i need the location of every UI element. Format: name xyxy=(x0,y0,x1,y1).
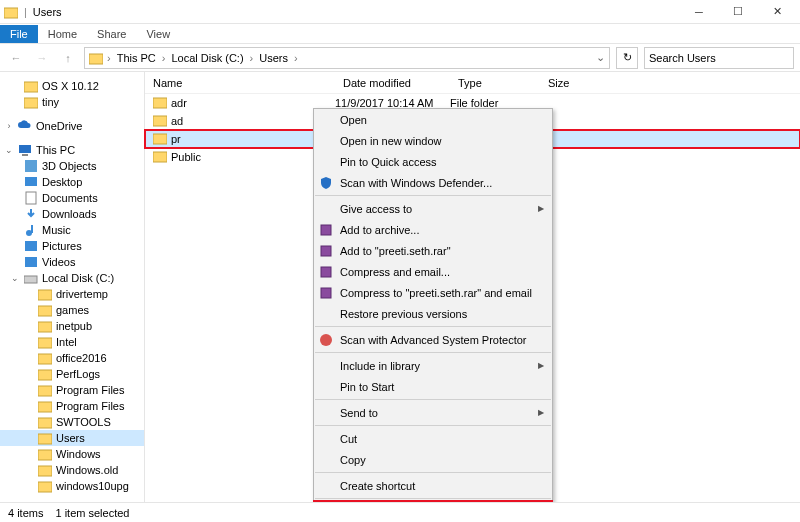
tree-item[interactable]: Program Files xyxy=(0,382,144,398)
tree-label: Documents xyxy=(42,192,98,204)
tree-item[interactable]: Videos xyxy=(0,254,144,270)
tree-item[interactable]: Windows.old xyxy=(0,462,144,478)
tree-item[interactable]: windows10upg xyxy=(0,478,144,494)
col-type[interactable]: Type xyxy=(450,77,540,89)
svg-rect-11 xyxy=(25,241,37,251)
archive-icon xyxy=(318,264,334,280)
col-date[interactable]: Date modified xyxy=(335,77,450,89)
breadcrumb[interactable]: Local Disk (C:) xyxy=(169,52,245,64)
search-input[interactable]: Search Users xyxy=(644,47,794,69)
menu-item[interactable]: Compress to "preeti.seth.rar" and email xyxy=(314,282,552,303)
svg-rect-17 xyxy=(38,338,52,348)
col-name[interactable]: Name xyxy=(145,77,335,89)
tree-item[interactable]: SWTOOLS xyxy=(0,414,144,430)
menu-item[interactable]: Create shortcut xyxy=(314,475,552,496)
menu-item[interactable]: Add to "preeti.seth.rar" xyxy=(314,240,552,261)
folder-icon xyxy=(38,479,52,493)
svg-rect-31 xyxy=(321,225,331,235)
svg-rect-26 xyxy=(38,482,52,492)
back-button[interactable]: ← xyxy=(6,48,26,68)
menu-item[interactable]: Open in new window xyxy=(314,130,552,151)
col-size[interactable]: Size xyxy=(540,77,600,89)
svg-rect-3 xyxy=(24,98,38,108)
tab-share[interactable]: Share xyxy=(87,25,136,43)
tab-home[interactable]: Home xyxy=(38,25,87,43)
svg-rect-24 xyxy=(38,450,52,460)
menu-item[interactable]: Compress and email... xyxy=(314,261,552,282)
svg-rect-12 xyxy=(25,257,37,267)
maximize-button[interactable]: ☐ xyxy=(719,1,757,23)
menu-item[interactable]: Include in library xyxy=(314,355,552,376)
menu-separator xyxy=(315,425,551,426)
tree-item[interactable]: Music xyxy=(0,222,144,238)
tree-item[interactable]: Pictures xyxy=(0,238,144,254)
menu-item[interactable]: Restore previous versions xyxy=(314,303,552,324)
tree-item[interactable]: Windows xyxy=(0,446,144,462)
tree-label: windows10upg xyxy=(56,480,129,492)
dropdown-icon[interactable]: ⌄ xyxy=(596,51,605,64)
tree-item[interactable]: tiny xyxy=(0,94,144,110)
file-name: ad xyxy=(171,115,183,127)
tree-item[interactable]: PerfLogs xyxy=(0,366,144,382)
menu-label: Send to xyxy=(340,407,378,419)
folder-icon xyxy=(38,383,52,397)
menu-item[interactable]: Send to xyxy=(314,402,552,423)
search-placeholder: Search Users xyxy=(649,52,716,64)
minimize-button[interactable]: ─ xyxy=(680,1,718,23)
svg-rect-2 xyxy=(24,82,38,92)
column-headers: Name Date modified Type Size xyxy=(145,72,800,94)
menu-item[interactable]: Add to archive... xyxy=(314,219,552,240)
tree-item[interactable]: Downloads xyxy=(0,206,144,222)
breadcrumb[interactable]: This PC xyxy=(115,52,158,64)
folder-icon xyxy=(38,335,52,349)
tree-label: Program Files xyxy=(56,400,124,412)
tree-item-onedrive[interactable]: ›OneDrive xyxy=(0,118,144,134)
menu-item[interactable]: Cut xyxy=(314,428,552,449)
tree-label: inetpub xyxy=(56,320,92,332)
tree-label: This PC xyxy=(36,144,75,156)
window-controls: ─ ☐ ✕ xyxy=(680,1,796,23)
folder-icon xyxy=(38,351,52,365)
tree-item-drive[interactable]: ⌄Local Disk (C:) xyxy=(0,270,144,286)
tab-view[interactable]: View xyxy=(136,25,180,43)
tree-item[interactable]: drivertemp xyxy=(0,286,144,302)
menu-label: Scan with Windows Defender... xyxy=(340,177,492,189)
folder-icon xyxy=(153,151,167,163)
menu-item[interactable]: Pin to Start xyxy=(314,376,552,397)
tree-item[interactable]: Users xyxy=(0,430,144,446)
tree-item[interactable]: Intel xyxy=(0,334,144,350)
tree-label: Downloads xyxy=(42,208,96,220)
svg-rect-13 xyxy=(24,276,37,283)
menu-item[interactable]: Scan with Windows Defender... xyxy=(314,172,552,193)
forward-button[interactable]: → xyxy=(32,48,52,68)
breadcrumb[interactable]: Users xyxy=(257,52,290,64)
tree-item[interactable]: inetpub xyxy=(0,318,144,334)
tree-label: Intel xyxy=(56,336,77,348)
menu-item[interactable]: Copy xyxy=(314,449,552,470)
menu-item[interactable]: Scan with Advanced System Protector xyxy=(314,329,552,350)
menu-separator xyxy=(315,399,551,400)
tree-item[interactable]: office2016 xyxy=(0,350,144,366)
tree-item[interactable]: Program Files xyxy=(0,398,144,414)
tree-label: Music xyxy=(42,224,71,236)
tree-item[interactable]: Desktop xyxy=(0,174,144,190)
archive-icon xyxy=(318,222,334,238)
close-button[interactable]: ✕ xyxy=(758,1,796,23)
tree-label: drivertemp xyxy=(56,288,108,300)
menu-item[interactable]: Pin to Quick access xyxy=(314,151,552,172)
menu-item[interactable]: Open xyxy=(314,109,552,130)
address-bar[interactable]: › This PC › Local Disk (C:) › Users › ⌄ xyxy=(84,47,610,69)
tree-item-thispc[interactable]: ⌄This PC xyxy=(0,142,144,158)
menu-item[interactable]: Give access to xyxy=(314,198,552,219)
music-icon xyxy=(24,223,38,237)
up-button[interactable]: ↑ xyxy=(58,48,78,68)
refresh-button[interactable]: ↻ xyxy=(616,47,638,69)
tree-label: OS X 10.12 xyxy=(42,80,99,92)
tree-item[interactable]: games xyxy=(0,302,144,318)
nav-tree[interactable]: OS X 10.12 tiny ›OneDrive ⌄This PC 3D Ob… xyxy=(0,72,145,502)
tree-item[interactable]: OS X 10.12 xyxy=(0,78,144,94)
tree-item[interactable]: Documents xyxy=(0,190,144,206)
tree-item[interactable]: 3D Objects xyxy=(0,158,144,174)
tab-file[interactable]: File xyxy=(0,25,38,43)
file-list[interactable]: Name Date modified Type Size adr11/9/201… xyxy=(145,72,800,502)
